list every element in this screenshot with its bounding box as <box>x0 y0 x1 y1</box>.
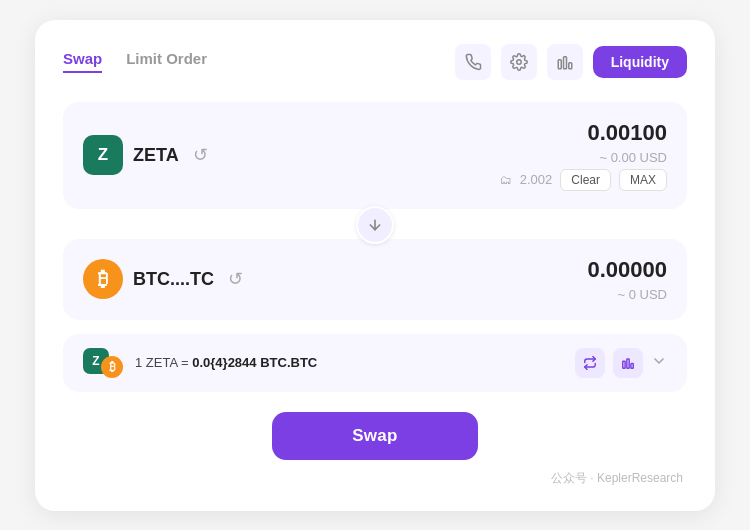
balance-row: 🗂 2.002 Clear MAX <box>500 169 667 191</box>
phone-icon <box>464 53 482 71</box>
svg-point-0 <box>516 59 521 64</box>
from-token-name: ZETA <box>133 145 179 166</box>
to-token-right: 0.00000 ~ 0 USD <box>587 257 667 302</box>
svg-rect-1 <box>558 59 561 68</box>
swap-button[interactable]: Swap <box>272 412 478 460</box>
rate-row: Z ₿ 1 ZETA = 0.0{4}2844 BTC.BTC <box>63 334 687 392</box>
swap-direction-button[interactable] <box>356 206 394 244</box>
from-token-left: Z ZETA ↺ <box>83 135 208 175</box>
swap-btn-container: Swap <box>63 412 687 460</box>
watermark: 公众号 · KeplerResearch <box>63 470 687 487</box>
zeta-token-icon: Z <box>83 135 123 175</box>
wallet-icon: 🗂 <box>500 173 512 187</box>
chevron-down-btn[interactable] <box>651 353 667 373</box>
svg-rect-3 <box>568 62 571 68</box>
down-arrow-icon <box>367 217 383 233</box>
rate-bar-chart-icon <box>621 356 635 370</box>
clear-button[interactable]: Clear <box>560 169 611 191</box>
tab-swap[interactable]: Swap <box>63 50 102 73</box>
svg-rect-5 <box>623 361 625 368</box>
to-usd-value: ~ 0 USD <box>587 287 667 302</box>
rate-suffix: BTC.BTC <box>257 355 318 370</box>
from-token-section: Z ZETA ↺ 0.00100 ~ 0.00 USD 🗂 2.002 Clea… <box>63 102 687 209</box>
settings-icon-btn[interactable] <box>501 44 537 80</box>
to-token-left: ₿ BTC....TC ↺ <box>83 259 243 299</box>
phone-icon-btn[interactable] <box>455 44 491 80</box>
balance-amount: 2.002 <box>520 172 553 187</box>
tab-limit-order[interactable]: Limit Order <box>126 50 207 73</box>
gear-icon <box>510 53 528 71</box>
to-token-name: BTC....TC <box>133 269 214 290</box>
swap-rate-icon-btn[interactable] <box>575 348 605 378</box>
to-amount[interactable]: 0.00000 <box>587 257 667 283</box>
from-usd-value: ~ 0.00 USD <box>500 150 667 165</box>
refresh-icon[interactable]: ↺ <box>193 144 208 166</box>
main-card: Swap Limit Order <box>35 20 715 511</box>
svg-rect-6 <box>627 358 629 367</box>
svg-rect-2 <box>563 56 566 68</box>
rate-value: 0.0{4}2844 <box>192 355 256 370</box>
tabs: Swap Limit Order <box>63 50 207 73</box>
chart-icon-btn[interactable] <box>547 44 583 80</box>
rate-icons: Z ₿ <box>83 348 123 378</box>
header-icons: Liquidity <box>455 44 687 80</box>
btc-token-icon: ₿ <box>83 259 123 299</box>
rate-actions <box>575 348 667 378</box>
max-button[interactable]: MAX <box>619 169 667 191</box>
liquidity-button[interactable]: Liquidity <box>593 46 687 78</box>
rate-from: 1 ZETA <box>135 355 177 370</box>
rate-text: 1 ZETA = 0.0{4}2844 BTC.BTC <box>135 355 563 370</box>
rate-equals: = <box>177 355 192 370</box>
from-amount[interactable]: 0.00100 <box>500 120 667 146</box>
swap-arrow-container <box>63 207 687 243</box>
chart-rate-icon-btn[interactable] <box>613 348 643 378</box>
chevron-down-icon <box>651 353 667 369</box>
swap-arrows-icon <box>583 356 597 370</box>
to-refresh-icon[interactable]: ↺ <box>228 268 243 290</box>
to-token-section: ₿ BTC....TC ↺ 0.00000 ~ 0 USD <box>63 239 687 320</box>
bar-chart-icon <box>556 53 574 71</box>
from-token-right: 0.00100 ~ 0.00 USD 🗂 2.002 Clear MAX <box>500 120 667 191</box>
svg-rect-7 <box>631 363 633 368</box>
rate-btc-icon: ₿ <box>101 356 123 378</box>
header: Swap Limit Order <box>63 44 687 80</box>
